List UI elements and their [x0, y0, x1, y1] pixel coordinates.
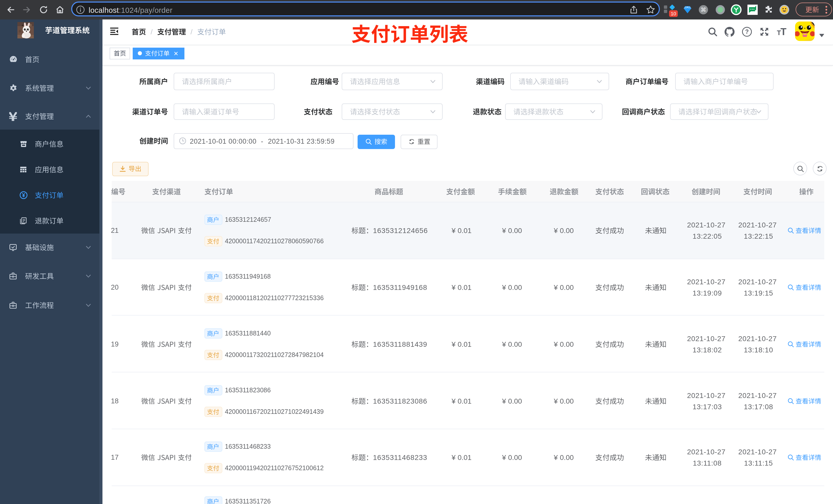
svg-text:T: T	[781, 27, 786, 37]
svg-text:?: ?	[745, 28, 748, 35]
svg-text:⌘: ⌘	[700, 6, 706, 13]
